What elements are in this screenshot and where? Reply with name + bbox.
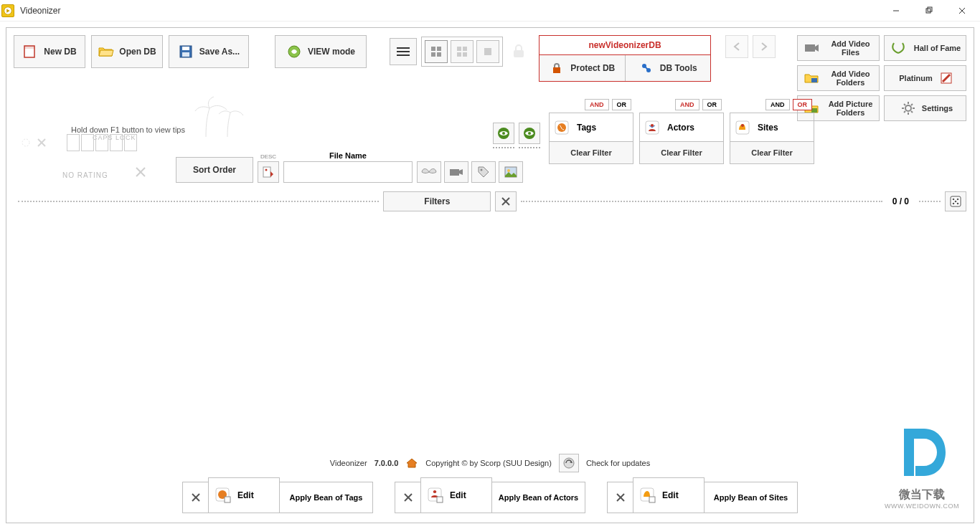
file-name-input[interactable] — [283, 161, 413, 183]
laurel-icon — [890, 40, 906, 56]
check-updates-button[interactable] — [559, 454, 579, 472]
view-grid-small-button[interactable] — [425, 40, 448, 63]
svg-point-42 — [22, 139, 29, 146]
bean-actors-close[interactable] — [395, 482, 420, 513]
add-video-folders-button[interactable]: Add Video Folders — [797, 65, 880, 91]
close-button[interactable] — [946, 0, 979, 22]
view-grid-large-button[interactable] — [476, 40, 499, 63]
db-tools-button[interactable]: DB Tools — [626, 55, 711, 81]
tool-tag-button[interactable] — [471, 161, 496, 183]
tool-camera-button[interactable] — [444, 161, 468, 183]
watermark: 微当下载 WWW.WEIDOWN.COM — [885, 420, 959, 510]
sort-order-button[interactable]: Sort Order — [176, 157, 253, 183]
save-as-label: Save As... — [199, 47, 240, 57]
actors-clear-button[interactable]: Clear Filter — [640, 142, 723, 163]
tags-filter-button[interactable]: Tags — [550, 113, 633, 142]
svg-line-28 — [645, 67, 648, 70]
svg-rect-15 — [431, 47, 435, 51]
tags-clear-button[interactable]: Clear Filter — [550, 142, 633, 163]
bean-actors-apply-button[interactable]: Apply Bean of Actors — [492, 482, 585, 513]
bean-actors-edit-label: Edit — [450, 490, 466, 500]
platinum-icon — [938, 70, 954, 86]
nav-prev-button[interactable] — [725, 35, 748, 58]
add-video-files-button[interactable]: Add Video Files — [797, 35, 880, 61]
minimize-button[interactable] — [880, 0, 913, 22]
svg-rect-2 — [926, 9, 930, 13]
green-eye-1-button[interactable] — [493, 123, 514, 144]
watermark-url: WWW.WEIDOWN.COM — [885, 502, 959, 510]
shield-lock-icon — [549, 60, 565, 76]
new-db-button[interactable]: New DB — [14, 35, 85, 68]
svg-point-56 — [528, 132, 531, 135]
tags-or-chip[interactable]: OR — [612, 99, 632, 110]
svg-point-68 — [953, 203, 955, 205]
svg-rect-16 — [437, 47, 441, 51]
svg-rect-29 — [805, 44, 815, 52]
bean-sites-apply-label: Apply Bean of Sites — [714, 493, 788, 502]
bean-tags-apply-button[interactable]: Apply Bean of Tags — [280, 482, 373, 513]
svg-line-39 — [911, 111, 913, 113]
platinum-button[interactable]: Platinum — [884, 65, 966, 91]
view-grid-medium-button[interactable] — [451, 40, 473, 63]
maximize-button[interactable] — [913, 0, 946, 22]
bean-tags-close[interactable] — [182, 482, 208, 513]
desc-label: DESC — [260, 153, 276, 160]
home-icon[interactable] — [405, 457, 418, 469]
svg-point-54 — [502, 132, 505, 135]
tags-and-chip[interactable]: AND — [585, 99, 609, 110]
actors-or-chip[interactable]: OR — [702, 99, 722, 110]
folder-open-icon — [98, 44, 113, 59]
svg-rect-3 — [928, 7, 932, 11]
tool-picture-button[interactable] — [499, 161, 523, 183]
svg-rect-17 — [431, 52, 435, 57]
svg-rect-25 — [553, 67, 560, 73]
nav-next-button[interactable] — [753, 35, 776, 58]
tags-filter-block: ANDOR Tags Clear Filter — [549, 113, 633, 164]
svg-rect-10 — [182, 52, 189, 57]
svg-rect-24 — [514, 50, 524, 57]
filters-button[interactable]: Filters — [383, 191, 491, 211]
sort-desc-button[interactable] — [258, 161, 279, 183]
settings-button[interactable]: Settings — [884, 95, 966, 121]
green-eye-2-button[interactable] — [519, 123, 540, 144]
svg-point-67 — [955, 201, 957, 203]
random-button[interactable] — [945, 191, 966, 211]
actors-clear-label: Clear Filter — [661, 148, 702, 157]
bean-sites-close[interactable] — [607, 482, 633, 513]
svg-rect-83 — [649, 497, 655, 502]
actors-and-chip[interactable]: AND — [675, 99, 699, 110]
bean-sites-edit-label: Edit — [662, 490, 679, 500]
sites-filter-button[interactable]: Sites — [730, 113, 814, 142]
rating-boxes[interactable] — [67, 134, 137, 151]
sites-clear-button[interactable]: Clear Filter — [730, 142, 814, 163]
bean-tags-edit-button[interactable]: Edit — [208, 477, 280, 513]
open-db-label: Open DB — [119, 47, 156, 57]
sites-or-chip[interactable]: OR — [793, 99, 813, 110]
hall-of-fame-button[interactable]: Hall of Fame — [884, 35, 966, 61]
svg-rect-22 — [463, 52, 467, 57]
bean-actors-edit-button[interactable]: Edit — [420, 477, 492, 513]
tool-wings-button[interactable] — [417, 161, 441, 183]
titlebar: Videonizer — [0, 0, 980, 22]
actors-filter-button[interactable]: Actors — [640, 113, 723, 142]
rating-clear-icon[interactable] — [37, 138, 47, 148]
bean-sites-group: Edit Apply Bean of Sites — [607, 480, 798, 515]
view-mode-button[interactable]: VIEW mode — [275, 35, 367, 68]
svg-rect-75 — [225, 497, 230, 502]
new-db-label: New DB — [44, 47, 76, 57]
filters-clear-button[interactable] — [495, 191, 517, 211]
save-as-button[interactable]: Save As... — [169, 35, 249, 68]
view-list-button[interactable] — [390, 38, 417, 65]
protect-db-button[interactable]: Protect DB — [540, 55, 626, 81]
watermark-cn: 微当下载 — [885, 487, 959, 502]
floppy-icon — [178, 44, 194, 59]
open-db-button[interactable]: Open DB — [91, 35, 163, 68]
rating-filter-icon[interactable] — [21, 138, 31, 148]
add-video-files-label: Add Video Files — [825, 39, 877, 57]
bean-sites-edit-button[interactable]: Edit — [633, 477, 705, 513]
sort-order-label: Sort Order — [193, 165, 236, 175]
bean-sites-apply-button[interactable]: Apply Bean of Sites — [705, 482, 798, 513]
rating-reset-icon[interactable] — [134, 166, 147, 178]
sites-and-chip[interactable]: AND — [765, 99, 790, 110]
svg-point-48 — [265, 169, 268, 171]
